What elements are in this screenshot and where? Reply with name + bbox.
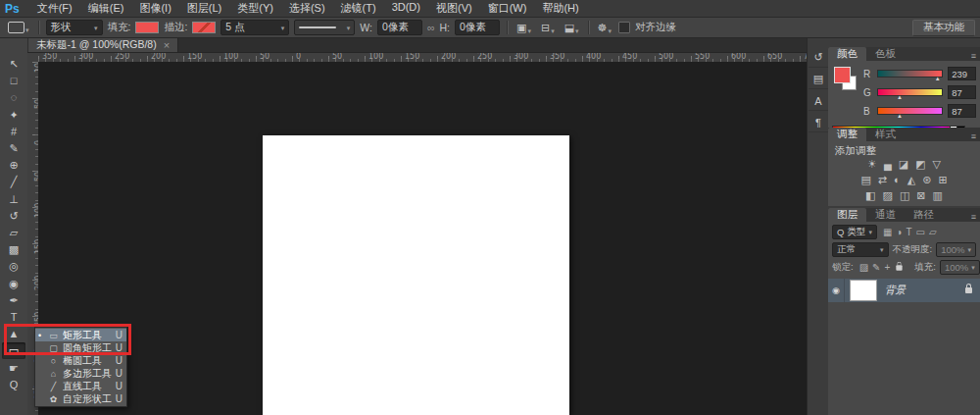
character-panel-icon[interactable]: A: [808, 91, 828, 111]
photo-filter-icon[interactable]: ◭: [907, 174, 915, 185]
layer-filter-type-select[interactable]: Q 类型 ▾: [832, 225, 877, 239]
menubar-item[interactable]: 视图(V): [428, 0, 480, 17]
document-canvas[interactable]: [263, 135, 569, 415]
menubar-item[interactable]: 帮助(H): [534, 0, 586, 17]
path-alignment-button[interactable]: ⊟▾: [539, 21, 557, 34]
fill-swatch[interactable]: [135, 22, 159, 33]
fill-input[interactable]: 100% ▾: [940, 260, 980, 275]
filter-type-icon[interactable]: T: [906, 227, 911, 237]
color-lookup-icon[interactable]: ⊞: [938, 174, 947, 185]
close-tab-icon[interactable]: ×: [164, 39, 170, 51]
menubar-item[interactable]: 图像(I): [131, 0, 178, 17]
menubar-item[interactable]: 文件(F): [29, 0, 80, 17]
lock-pixels-icon[interactable]: ✎: [872, 262, 880, 273]
stroke-type-select[interactable]: ▾: [294, 20, 355, 35]
flyout-item-椭圆工具[interactable]: ○椭圆工具U: [35, 354, 126, 367]
black-white-icon[interactable]: ◐: [894, 174, 901, 185]
channel-value[interactable]: 239: [948, 67, 976, 80]
invert-icon[interactable]: ◧: [865, 189, 875, 201]
flyout-item-多边形工具[interactable]: ⌂多边形工具U: [35, 367, 126, 380]
eyedropper-tool[interactable]: ✎: [2, 140, 25, 157]
channel-value[interactable]: 87: [948, 85, 976, 99]
height-input[interactable]: 0像素: [455, 20, 500, 35]
document-tab[interactable]: 未标题-1 @ 100%(RGB/8) ×: [28, 38, 178, 52]
panel-menu-icon[interactable]: ≡: [971, 131, 976, 141]
history-brush-tool[interactable]: ↺: [2, 208, 25, 225]
paragraph-panel-icon[interactable]: ¶: [808, 113, 828, 132]
slider-thumb-icon[interactable]: ▲: [897, 94, 903, 100]
workspace-switcher-button[interactable]: 基本功能: [912, 20, 975, 36]
filter-shape-icon[interactable]: ▭: [916, 227, 925, 237]
filter-adjustment-icon[interactable]: ◑: [896, 227, 902, 237]
link-dimensions-icon[interactable]: ∞: [427, 22, 435, 33]
selective-color-icon[interactable]: ⊠: [916, 189, 925, 201]
flyout-item-直线工具[interactable]: ╱直线工具U: [35, 380, 126, 392]
history-panel-icon[interactable]: ↺: [808, 48, 828, 68]
flyout-item-矩形工具[interactable]: ▭矩形工具U: [35, 329, 126, 341]
zoom-tool[interactable]: Q: [2, 377, 25, 393]
exposure-icon[interactable]: ◩: [915, 158, 925, 170]
clone-stamp-tool[interactable]: ⊥: [2, 191, 25, 208]
width-input[interactable]: 0像素: [377, 20, 422, 35]
rectangle-tool[interactable]: ▭: [2, 342, 25, 359]
channel-slider[interactable]: ▲: [877, 88, 943, 96]
pasteboard[interactable]: [38, 62, 807, 415]
layers-tab-3[interactable]: 路径: [905, 208, 943, 222]
adjustments-tab-1[interactable]: 调整: [828, 128, 866, 141]
menubar-item[interactable]: 图层(L): [179, 0, 229, 17]
vibrance-icon[interactable]: ▽: [933, 158, 941, 170]
color-balance-icon[interactable]: ⇄: [878, 174, 887, 185]
slider-thumb-icon[interactable]: ▲: [935, 76, 941, 81]
brightness-contrast-icon[interactable]: ☀: [867, 158, 877, 170]
menubar-item[interactable]: 滤镜(T): [333, 0, 384, 17]
channel-slider[interactable]: ▲: [877, 107, 943, 115]
path-operations-button[interactable]: ▣▾: [514, 21, 533, 34]
blur-tool[interactable]: ◎: [2, 258, 25, 275]
threshold-icon[interactable]: ◫: [900, 189, 909, 201]
opacity-input[interactable]: 100% ▾: [936, 242, 976, 257]
filter-smart-object-icon[interactable]: ▱: [929, 227, 937, 237]
pen-tool[interactable]: ✒: [2, 292, 25, 309]
eraser-tool[interactable]: ▱: [2, 225, 25, 241]
levels-icon[interactable]: ▄: [884, 158, 892, 170]
flyout-item-自定形状工具[interactable]: ✿自定形状工具U: [35, 392, 126, 405]
posterize-icon[interactable]: ▨: [882, 189, 892, 201]
hue-saturation-icon[interactable]: ▤: [860, 174, 870, 185]
color-tab-1[interactable]: 颜色: [828, 47, 866, 61]
lock-transparent-icon[interactable]: ▨: [859, 262, 868, 273]
rectangular-marquee-tool[interactable]: □: [2, 73, 25, 89]
adjustments-tab-2[interactable]: 样式: [866, 128, 905, 141]
lock-position-icon[interactable]: +: [884, 262, 890, 273]
background-layer-row[interactable]: ◉ 背景: [828, 279, 980, 302]
properties-panel-icon[interactable]: ▤: [808, 70, 828, 89]
layer-thumbnail[interactable]: [850, 280, 877, 301]
menubar-item[interactable]: 窗口(W): [480, 0, 535, 17]
menubar-item[interactable]: 选择(S): [281, 0, 333, 17]
channel-slider[interactable]: ▲: [877, 70, 943, 78]
move-tool[interactable]: ↖: [2, 56, 25, 73]
blend-mode-select[interactable]: 正常 ▾: [832, 242, 889, 257]
channel-value[interactable]: 87: [948, 104, 976, 118]
lock-all-icon[interactable]: [897, 265, 903, 270]
color-tab-2[interactable]: 色板: [866, 47, 905, 61]
tool-preset-button[interactable]: ▾: [6, 22, 31, 33]
slider-thumb-icon[interactable]: ▲: [897, 113, 903, 119]
stroke-swatch[interactable]: [192, 22, 216, 33]
tool-mode-select[interactable]: 形状▾: [46, 20, 103, 35]
path-arrange-button[interactable]: ⬓▾: [563, 21, 581, 34]
gradient-map-icon[interactable]: ▥: [933, 189, 943, 201]
panel-menu-icon[interactable]: ≡: [971, 212, 976, 222]
path-selection-tool[interactable]: ▲: [2, 326, 25, 342]
channel-mixer-icon[interactable]: ⊛: [922, 174, 931, 185]
quick-selection-tool[interactable]: ✦: [2, 107, 25, 124]
dodge-tool[interactable]: ◉: [2, 276, 25, 292]
menubar-item[interactable]: 编辑(E): [80, 0, 132, 17]
hand-tool[interactable]: ☛: [2, 360, 25, 377]
gradient-tool[interactable]: ▩: [2, 241, 25, 258]
spot-healing-brush-tool[interactable]: ⊕: [2, 157, 25, 174]
brush-tool[interactable]: ╱: [2, 174, 25, 190]
crop-tool[interactable]: #: [2, 124, 25, 140]
flyout-item-圆角矩形工具[interactable]: ▢圆角矩形工具U: [35, 341, 126, 354]
lasso-tool[interactable]: ◌: [2, 89, 25, 106]
curves-icon[interactable]: ◪: [899, 158, 908, 170]
